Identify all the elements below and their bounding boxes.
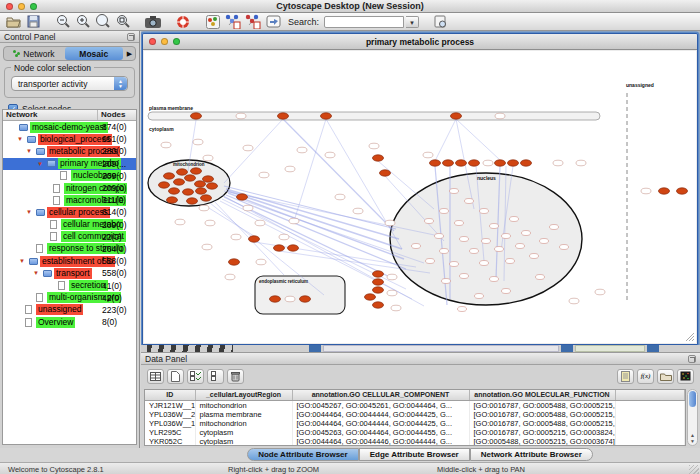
table-cell: [GO:0044464, GO:0044444, GO:0044425, G..… (292, 446, 469, 447)
tree-row[interactable]: ▼transport558(0) (3, 267, 136, 279)
vizmapper-button[interactable] (204, 14, 222, 30)
search-input[interactable] (324, 16, 404, 28)
tree-row[interactable]: unassigned223(0) (3, 304, 136, 316)
resize-grip[interactable] (689, 465, 699, 474)
import-attributes-folder-button[interactable] (657, 369, 674, 384)
tree-row[interactable]: secretion41(0) (3, 279, 136, 291)
zoom-in-button[interactable] (74, 14, 92, 30)
table-cell: YPL036W__1 (145, 419, 195, 428)
tree-row[interactable]: cellular metabo209(0) (3, 219, 136, 231)
tree-row[interactable]: mosaic-demo-yeast874(0) (3, 121, 136, 133)
search-config-button[interactable] (431, 14, 449, 30)
table-column-header[interactable]: annotation.GO MOLECULAR_FUNCTION (469, 390, 615, 400)
expand-triangle-icon[interactable]: ▼ (26, 209, 32, 215)
edit-network-blue-button[interactable] (224, 14, 242, 30)
table-row[interactable]: YPL036W__1mitochondrion[GO:0044464, GO:0… (145, 419, 685, 428)
table-row[interactable]: YLR295Ccytoplasm[GO:0045263, GO:0044464,… (145, 428, 685, 437)
table-row[interactable]: YDR039C__1mitochondrion[GO:0044464, GO:0… (145, 446, 685, 447)
unselect-attributes-button[interactable] (207, 369, 224, 384)
folder-icon (43, 270, 52, 277)
tree-row[interactable]: ▼metabolic process280(0) (3, 145, 136, 157)
table-column-header[interactable] (615, 390, 685, 400)
tree-row-node-count: 651(0) (102, 134, 127, 144)
browser-tab[interactable]: Node Attribute Browser (247, 448, 359, 461)
main-toolbar: Search: ▼ (0, 13, 700, 31)
gene-node (560, 245, 569, 250)
scrollbar-thumb[interactable] (689, 391, 696, 407)
control-panel-header: Control Panel (0, 31, 139, 43)
tree-row[interactable]: response to stimulu264(0) (3, 243, 136, 255)
tab-network[interactable]: Network (5, 47, 63, 60)
attribute-matrix-button[interactable] (677, 369, 694, 384)
tree-row[interactable]: ▼primary metabo209(... (3, 158, 136, 170)
gene-node (412, 244, 421, 249)
endoplasmic-reticulum-label: endoplasmic reticulum (259, 279, 308, 284)
tab-mosaic[interactable]: Mosaic (65, 47, 123, 60)
tree-row[interactable]: ▼establishment of lo558(0) (3, 255, 136, 267)
network-canvas[interactable]: plasma membranecytoplasmunassignednucleu… (144, 51, 696, 343)
tree-row-node-count: 311(0) (102, 195, 126, 205)
tree-row[interactable]: nucleobase-209(0) (3, 170, 136, 182)
expand-triangle-icon[interactable]: ▼ (17, 136, 23, 142)
help-lifering-button[interactable] (174, 14, 192, 30)
tree-header-nodes: Nodes (98, 110, 136, 120)
float-data-panel-icon[interactable] (688, 355, 696, 363)
zoom-out-button[interactable] (54, 14, 72, 30)
network-view-window[interactable]: primary metabolic process plasma membran… (142, 33, 698, 345)
tree-row[interactable]: Overview8(0) (3, 316, 136, 328)
import-annotation-button[interactable] (264, 14, 282, 30)
tree-row[interactable]: macromolecule311(0) (3, 194, 136, 206)
attribute-notes-button[interactable] (617, 369, 634, 384)
search-dropdown-button[interactable]: ▼ (406, 16, 419, 28)
selected-gene-node (237, 194, 248, 200)
tree-row[interactable]: cell communicat22(0) (3, 231, 136, 243)
select-attributes-button[interactable] (187, 369, 204, 384)
expand-triangle-icon[interactable]: ▼ (26, 148, 32, 154)
save-button[interactable] (24, 14, 42, 30)
scrollbar-arrows[interactable]: ▲▼ (688, 432, 697, 444)
attribute-table-button[interactable] (147, 369, 164, 384)
table-scrollbar[interactable]: ▲▼ (687, 389, 698, 446)
tree-row[interactable]: multi-organism pro42(0) (3, 292, 136, 304)
selected-gene-node (521, 160, 532, 166)
expand-triangle-icon[interactable]: ▼ (37, 161, 43, 167)
tab-network-label: Network (23, 49, 54, 59)
zoom-selected-button[interactable] (114, 14, 132, 30)
table-column-header[interactable]: annotation.GO CELLULAR_COMPONENT (292, 390, 469, 400)
expand-triangle-icon[interactable]: ▼ (33, 270, 39, 276)
browser-tab[interactable]: Edge Attribute Browser (359, 448, 470, 461)
table-column-header[interactable]: ID (145, 390, 195, 400)
table-row[interactable]: YKR052Ccytoplasm[GO:0044464, GO:0044446,… (145, 437, 685, 446)
selected-gene-node (456, 160, 467, 166)
cytoscape-app: Cytoscape Desktop (New Session) Search: … (0, 0, 700, 474)
gene-node (335, 194, 345, 200)
edit-network-red-button[interactable] (244, 14, 262, 30)
float-panel-icon[interactable] (127, 33, 135, 41)
table-row[interactable]: YPL036W__2plasma membrane[GO:0044464, GO… (145, 410, 685, 419)
snapshot-camera-button[interactable] (144, 14, 162, 30)
expand-triangle-icon[interactable]: ▼ (19, 258, 25, 264)
gene-node (530, 254, 539, 259)
delete-attribute-trash-button[interactable] (227, 369, 244, 384)
table-row[interactable]: YJR121W__1mitochondrion[GO:0045267, GO:0… (145, 400, 685, 410)
tree-row-node-count: 264(0) (102, 244, 127, 254)
tab-overflow-button[interactable]: ▶ (124, 50, 135, 58)
table-cell: mitochondrion (195, 419, 292, 428)
new-attribute-button[interactable] (167, 369, 184, 384)
gene-node (387, 274, 397, 280)
browser-tab[interactable]: Network Attribute Browser (470, 448, 593, 461)
table-column-header[interactable]: _cellularLayoutRegion (195, 390, 292, 400)
open-file-button[interactable] (4, 14, 22, 30)
attribute-table[interactable]: ID_cellularLayoutRegionannotation.GO CEL… (144, 389, 686, 446)
background-window-strip (141, 345, 700, 352)
node-color-dropdown[interactable]: transporter activity ▲▼ (11, 76, 128, 91)
formula-builder-button[interactable]: f(x) (637, 369, 654, 384)
tree-row[interactable]: ▼cellular process614(0) (3, 206, 136, 218)
tree-row-label: cellular process (47, 207, 110, 218)
tree-row[interactable]: nitrogen compo209(0) (3, 182, 136, 194)
selected-gene-node (185, 175, 196, 181)
table-cell: YKR052C (145, 437, 195, 446)
tree-row[interactable]: ▼biological_process651(0) (3, 133, 136, 145)
zoom-fit-button[interactable] (94, 14, 112, 30)
folder-icon (29, 258, 38, 265)
